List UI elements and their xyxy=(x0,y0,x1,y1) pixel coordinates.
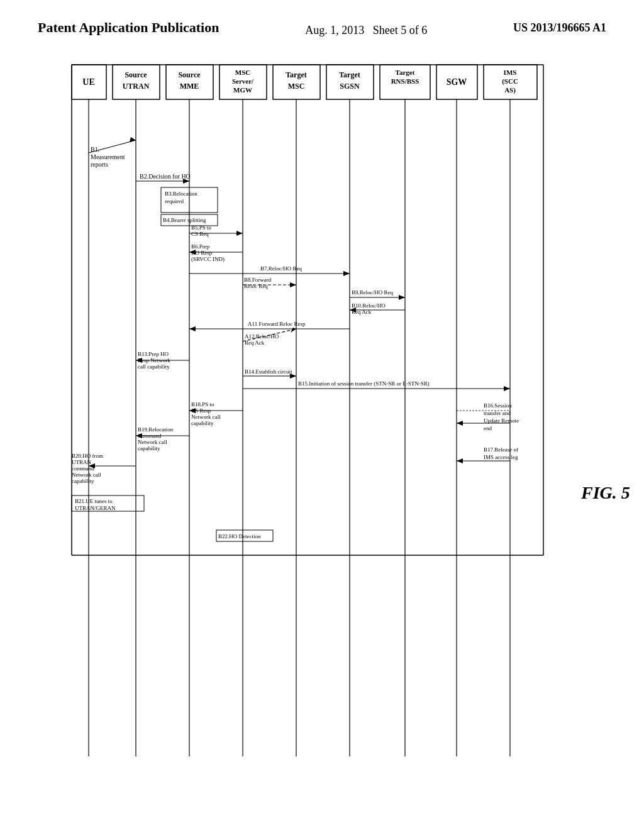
svg-text:B8.Forward: B8.Forward xyxy=(244,277,272,283)
svg-text:B6.Prep: B6.Prep xyxy=(191,243,210,250)
diagram-area: UE Source UTRAN Source MME MSC Server/ M… xyxy=(65,58,644,769)
svg-marker-88 xyxy=(504,386,510,391)
svg-text:Network call: Network call xyxy=(72,472,101,478)
svg-text:Measurement: Measurement xyxy=(91,153,125,160)
svg-text:call capability: call capability xyxy=(138,363,170,370)
svg-text:A12.Reloc/HO: A12.Reloc/HO xyxy=(245,333,279,340)
svg-text:B20.HO from: B20.HO from xyxy=(72,453,103,459)
svg-text:B14.Establish circuit: B14.Establish circuit xyxy=(245,368,292,375)
svg-text:MSC: MSC xyxy=(288,82,305,91)
svg-marker-91 xyxy=(457,421,463,426)
svg-text:(SRVCC IND): (SRVCC IND) xyxy=(191,256,225,262)
svg-text:Update Remote: Update Remote xyxy=(484,418,519,424)
svg-text:CS Req: CS Req xyxy=(191,231,209,237)
svg-text:B2.Decision for HO: B2.Decision for HO xyxy=(140,173,191,180)
svg-text:B18.PS to: B18.PS to xyxy=(191,401,214,407)
svg-text:UTRAN/GERAN: UTRAN/GERAN xyxy=(75,505,116,511)
svg-text:B15.Initiation of session tran: B15.Initiation of session transfer (STN-… xyxy=(298,380,430,387)
svg-text:Req Ack: Req Ack xyxy=(245,340,265,346)
svg-text:Target: Target xyxy=(396,69,415,76)
svg-text:required: required xyxy=(165,198,184,204)
svg-text:MME: MME xyxy=(180,82,199,91)
svg-text:A11 Forward Reloc Resp: A11 Forward Reloc Resp xyxy=(248,321,306,327)
svg-marker-50 xyxy=(236,231,243,236)
svg-text:reports: reports xyxy=(91,161,108,168)
svg-text:FIG. 5: FIG. 5 xyxy=(580,483,630,502)
svg-text:Target: Target xyxy=(286,70,307,79)
page-header: Patent Application Publication Aug. 1, 2… xyxy=(0,0,644,46)
svg-text:B7.Reloc/HO Req: B7.Reloc/HO Req xyxy=(260,265,302,272)
svg-text:IMS: IMS xyxy=(504,69,517,76)
svg-marker-59 xyxy=(343,271,350,276)
svg-text:B4.Bearer splitting: B4.Bearer splitting xyxy=(163,217,206,223)
svg-text:transfer and: transfer and xyxy=(484,410,511,416)
svg-text:SGW: SGW xyxy=(447,77,467,87)
svg-text:Reloc Req: Reloc Req xyxy=(244,283,268,289)
svg-text:end: end xyxy=(484,425,492,431)
svg-text:SGSN: SGSN xyxy=(340,82,360,91)
svg-text:(SCC: (SCC xyxy=(502,77,518,86)
svg-text:B5.PS to: B5.PS to xyxy=(191,224,212,231)
publication-number: US 2013/196665 A1 xyxy=(513,19,606,35)
svg-text:B9.Reloc/HO Req: B9.Reloc/HO Req xyxy=(352,289,393,296)
svg-text:Source: Source xyxy=(178,70,201,79)
svg-text:B19.Relocation: B19.Relocation xyxy=(138,426,174,433)
svg-text:RNS/BSS: RNS/BSS xyxy=(391,77,419,85)
svg-marker-66 xyxy=(399,295,405,300)
svg-text:capability: capability xyxy=(138,445,160,451)
svg-text:B1.: B1. xyxy=(91,146,99,153)
svg-text:MSC: MSC xyxy=(235,69,251,76)
svg-text:CS Resp: CS Resp xyxy=(191,407,211,414)
svg-text:Source: Source xyxy=(125,70,147,79)
svg-text:IMS access leg: IMS access leg xyxy=(484,454,518,460)
svg-text:MGW: MGW xyxy=(233,86,252,94)
svg-text:UTRAN: UTRAN xyxy=(123,82,150,91)
svg-text:UTRAN: UTRAN xyxy=(72,459,91,465)
svg-text:AS): AS) xyxy=(504,86,516,94)
sequence-diagram: UE Source UTRAN Source MME MSC Server/ M… xyxy=(65,58,644,769)
svg-marker-73 xyxy=(189,326,196,331)
svg-text:B10.Reloc/HO: B10.Reloc/HO xyxy=(352,302,386,309)
svg-text:Req Ack: Req Ack xyxy=(352,309,372,315)
svg-marker-76 xyxy=(291,328,296,333)
svg-text:capability: capability xyxy=(191,420,214,426)
svg-text:B22.HO Detection: B22.HO Detection xyxy=(218,533,261,540)
svg-marker-62 xyxy=(290,282,296,287)
svg-text:capability: capability xyxy=(72,478,94,484)
svg-text:UE: UE xyxy=(82,77,94,87)
svg-text:Resp Network: Resp Network xyxy=(138,357,170,363)
svg-text:B13.Prep HO: B13.Prep HO xyxy=(138,351,169,357)
publication-date-sheet: Aug. 1, 2013 Sheet 5 of 6 xyxy=(305,19,427,40)
svg-text:B21.UE tunes to: B21.UE tunes to xyxy=(75,498,113,504)
svg-text:Network call: Network call xyxy=(191,414,221,420)
svg-marker-100 xyxy=(457,458,463,463)
svg-text:Network call: Network call xyxy=(138,439,167,445)
svg-text:HO Resp: HO Resp xyxy=(191,250,213,256)
publication-title: Patent Application Publication xyxy=(38,19,219,37)
svg-text:command: command xyxy=(72,465,94,472)
svg-text:Command: Command xyxy=(138,433,162,439)
svg-text:B3.Relocation: B3.Relocation xyxy=(165,191,197,197)
svg-text:Target: Target xyxy=(339,70,360,79)
svg-text:Server/: Server/ xyxy=(232,77,254,85)
svg-text:B16.Session: B16.Session xyxy=(484,402,512,409)
svg-text:B17.Release of: B17.Release of xyxy=(484,446,518,453)
